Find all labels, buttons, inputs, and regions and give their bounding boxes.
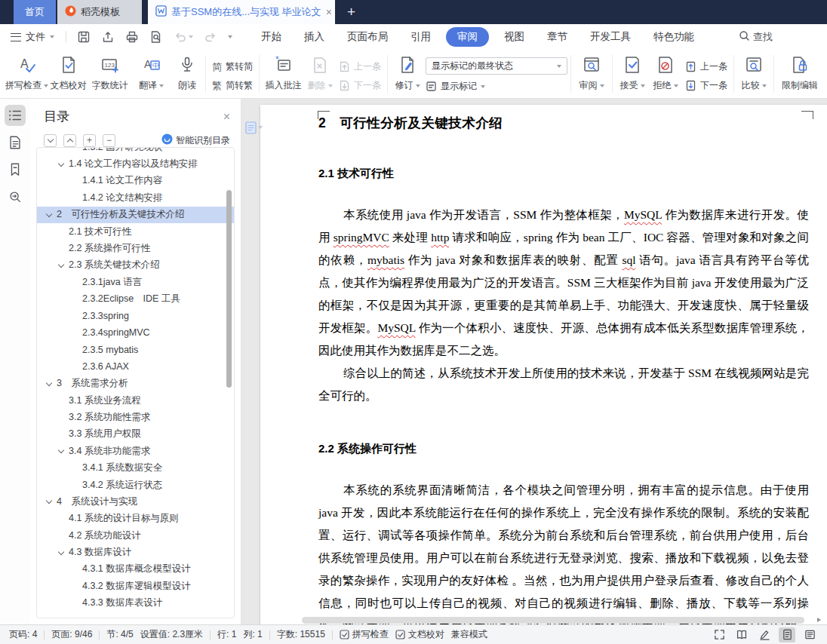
menu-section[interactable]: 章节 [536, 26, 579, 48]
toc-item[interactable]: 1.3.2 国外研究现状 [37, 147, 234, 155]
toc-item[interactable]: 2.1 技术可行性 [37, 223, 234, 240]
toc-item[interactable]: 3.3 系统用户权限 [37, 426, 234, 443]
status-line: 行: 1 [217, 628, 236, 641]
toc-item[interactable]: 4.3.1 数据库概念模型设计 [37, 561, 234, 578]
toc-item[interactable]: 4.2 系统功能设计 [37, 527, 234, 544]
tab-document[interactable]: 基于SSM的在线...与实现 毕业论文 × [148, 0, 335, 24]
redo-button[interactable] [198, 30, 223, 44]
quick-access-more-button[interactable] [223, 35, 238, 38]
undo-button[interactable] [168, 30, 198, 44]
toc-item[interactable]: 2.2 系统操作可行性 [37, 240, 234, 256]
read-layout-button[interactable] [733, 627, 750, 642]
save-button[interactable] [72, 30, 96, 44]
compare-button[interactable]: 比较 [737, 53, 770, 92]
next-change-button[interactable]: 下一条 [685, 79, 727, 92]
toc-item[interactable]: 1.4.1 论文工作内容 [37, 173, 234, 189]
toc-item[interactable]: 3.4.2 系统运行状态 [37, 477, 234, 493]
show-markup-button[interactable]: 显示标记 [426, 80, 567, 93]
notes-panel-button[interactable] [5, 132, 26, 153]
tab-docer[interactable]: 稻壳模板 [57, 0, 142, 24]
expand-all-button[interactable]: + [83, 134, 96, 147]
print-preview-button[interactable] [144, 30, 168, 44]
find-button[interactable]: 查找 [739, 30, 773, 44]
fullscreen-button[interactable] [711, 627, 727, 642]
toc-item[interactable]: 3.1 系统业务流程 [37, 392, 234, 409]
page-view-button[interactable] [779, 627, 795, 642]
export-button[interactable] [96, 30, 120, 44]
expand-next-button[interactable] [44, 134, 57, 147]
collapse-prev-button[interactable] [63, 134, 76, 147]
horizontal-scrollbar[interactable] [302, 617, 812, 624]
collapse-all-button[interactable]: − [103, 134, 115, 147]
toc-item[interactable]: 1.4 论文工作内容以及结构安排 [37, 155, 234, 172]
accept-button[interactable]: 接受 [616, 53, 649, 92]
trad-to-simp-button[interactable]: 简繁转简 [212, 60, 253, 73]
scroll-right-arrow-icon[interactable] [817, 618, 821, 622]
toc-item[interactable]: 4.3.2 数据库逻辑模型设计 [37, 578, 234, 594]
toc-item[interactable]: 2.3.5 mybatis [37, 342, 234, 358]
toc-item[interactable]: 4 系统设计与实现 [37, 493, 234, 510]
menu-special-features[interactable]: 特色功能 [642, 26, 706, 48]
doc-proof-button[interactable]: 文档校对 [48, 53, 89, 92]
toc-item[interactable]: 2.3 系统关键技术介绍 [37, 257, 234, 274]
tab-close-icon[interactable]: × [326, 6, 332, 18]
toc-item[interactable]: 2.3.1java 语言 [37, 274, 234, 290]
bookmark-panel-button[interactable] [5, 159, 26, 180]
menu-start[interactable]: 开始 [250, 26, 293, 48]
outline-view-button[interactable] [801, 627, 818, 642]
new-tab-button[interactable]: + [335, 0, 367, 24]
menu-references[interactable]: 引用 [399, 26, 442, 48]
misspelled-word: mybatis [367, 253, 404, 266]
spell-check-button[interactable]: A 拼写检查 [6, 53, 48, 92]
toc-panel-button[interactable] [5, 105, 26, 126]
page-options-badge[interactable] [245, 121, 263, 134]
toc-item[interactable]: 3.4.1 系统数据安全 [37, 459, 234, 476]
delete-comment-button[interactable]: 删除 [304, 53, 336, 92]
translate-button[interactable]: A中 翻译 [131, 53, 172, 92]
horizontal-scrollbar-thumb[interactable] [302, 617, 804, 624]
chevron-down-icon [328, 84, 333, 87]
prev-change-button[interactable]: 上一条 [685, 60, 727, 73]
toc-item[interactable]: 4.3 数据库设计 [37, 544, 234, 560]
toc-item[interactable]: 4.1 系统的设计目标与原则 [37, 511, 234, 527]
close-icon[interactable]: × [223, 110, 230, 124]
word-count-button[interactable]: 123 字数统计 [89, 53, 131, 92]
menu-view[interactable]: 视图 [493, 26, 536, 48]
simp-to-trad-button[interactable]: 繁简转繁 [212, 79, 253, 92]
toc-item[interactable]: 2.3.2Eclipse IDE 工具 [37, 291, 234, 308]
menu-insert[interactable]: 插入 [293, 26, 336, 48]
reject-button[interactable]: 拒绝 [649, 53, 682, 92]
read-aloud-button[interactable]: 朗读 [172, 53, 202, 92]
toc-item[interactable]: 2.3.4springMVC [37, 324, 234, 341]
file-menu-button[interactable]: 文件 [0, 30, 60, 44]
menu-review[interactable]: 审阅 [446, 27, 489, 47]
status-compat-mode[interactable]: 兼容模式 [451, 628, 487, 641]
menu-dev-tools[interactable]: 开发工具 [579, 26, 642, 48]
restrict-edit-button[interactable]: 限制编辑 [777, 53, 822, 92]
toc-item[interactable]: 3.4 系统非功能需求 [37, 443, 234, 459]
smart-toc-button[interactable]: 智能识别目录 [161, 133, 230, 147]
track-changes-button[interactable]: 修订 [391, 53, 424, 92]
next-comment-button[interactable]: 下一条 [339, 79, 381, 92]
toc-item[interactable]: 3.2 系统功能性需求 [37, 409, 234, 425]
print-button[interactable] [120, 30, 144, 44]
find-replace-panel-button[interactable] [5, 186, 26, 207]
status-doc-proof-toggle[interactable]: 文档校对 [395, 628, 444, 641]
divider [387, 55, 388, 93]
toc-item[interactable]: 4.3.3 数据库表设计 [37, 595, 234, 612]
toc-item[interactable]: 2 可行性分析及关键技术介绍 [37, 207, 234, 223]
find-label: 查找 [753, 30, 773, 44]
prev-comment-button[interactable]: 上一条 [339, 60, 381, 73]
toc-item[interactable]: 2.3.6 AJAX [37, 358, 234, 375]
insert-comment-button[interactable]: * 插入批注 [263, 53, 304, 92]
toc-item[interactable]: 3 系统需求分析 [37, 375, 234, 391]
toc-item[interactable]: 1.4.2 论文结构安排 [37, 189, 234, 206]
status-spell-check-toggle[interactable]: 拼写检查 [340, 628, 389, 641]
toc-item[interactable]: 2.3.3spring [37, 308, 234, 324]
markup-state-dropdown[interactable]: 显示标记的最终状态 [426, 57, 567, 75]
ink-annotate-button[interactable] [756, 627, 773, 642]
review-mode-button[interactable]: 审阅 [574, 53, 609, 92]
toc-scrollbar-thumb[interactable] [226, 190, 232, 388]
tab-home[interactable]: 首页 [14, 0, 56, 24]
menu-page-layout[interactable]: 页面布局 [336, 26, 399, 48]
